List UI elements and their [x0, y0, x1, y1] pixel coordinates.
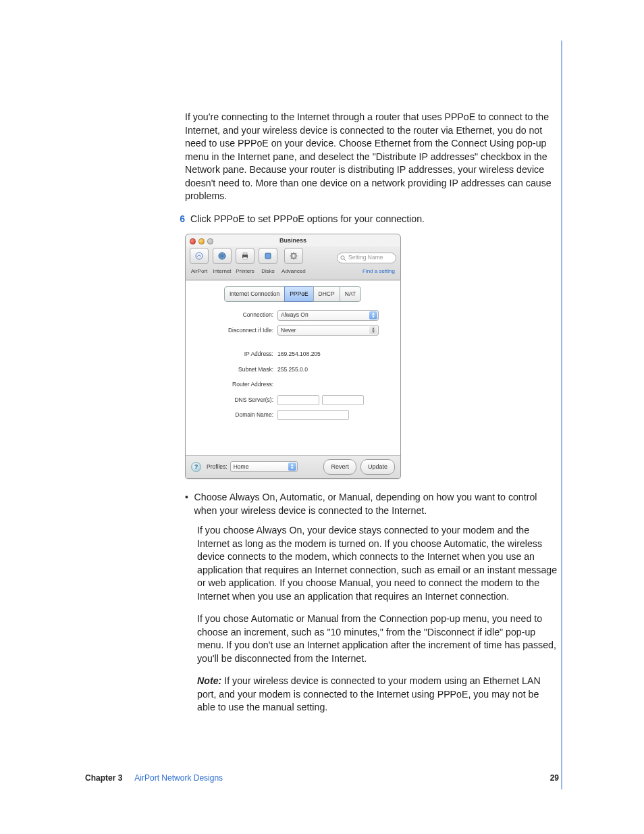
explain-paragraph-1: If you choose Always On, your device sta…: [197, 524, 559, 603]
tab-bar: Internet Connection PPPoE DHCP NAT: [192, 286, 394, 303]
chevron-updown-icon: ▲▼: [369, 326, 377, 334]
disconnect-label: Disconnect if Idle:: [192, 324, 277, 338]
help-icon[interactable]: ?: [191, 462, 201, 472]
domain-label: Domain Name:: [192, 409, 277, 422]
page-rule: [561, 41, 562, 789]
domain-input[interactable]: [277, 410, 349, 420]
note-label: Note:: [197, 675, 221, 686]
router-label: Router Address:: [192, 378, 277, 392]
toolbar-item-airport[interactable]: AirPort: [190, 248, 209, 278]
gear-icon: [284, 248, 303, 264]
step-number: 6: [171, 213, 190, 226]
dns-input-1[interactable]: [277, 395, 319, 405]
svg-rect-3: [243, 253, 247, 255]
subnet-value: 255.255.0.0: [277, 363, 308, 377]
svg-line-17: [344, 259, 346, 261]
dns-input-2[interactable]: [322, 395, 364, 405]
profiles-popup[interactable]: Home ▲▼: [230, 461, 298, 472]
chevron-updown-icon: ▲▼: [288, 463, 296, 471]
svg-line-14: [291, 258, 292, 259]
airport-icon: [190, 248, 209, 264]
connection-label: Connection:: [192, 309, 277, 322]
footer-chapter: Chapter 3: [85, 773, 122, 783]
svg-rect-4: [243, 257, 247, 259]
profiles-label: Profiles:: [207, 461, 227, 474]
toolbar: AirPort Internet Printers: [186, 246, 400, 280]
window-title: Business: [186, 234, 400, 248]
svg-line-13: [296, 258, 296, 259]
tab-nat[interactable]: NAT: [340, 286, 361, 303]
step-text: Click PPPoE to set PPPoE options for you…: [190, 213, 425, 226]
svg-rect-5: [265, 253, 271, 259]
svg-line-15: [296, 253, 296, 254]
page-footer: Chapter 3 AirPort Network Designs 29: [85, 773, 559, 783]
dns-label: DNS Server(s):: [192, 394, 277, 407]
toolbar-item-internet[interactable]: Internet: [213, 248, 232, 278]
chevron-updown-icon: ▲▼: [369, 311, 377, 319]
globe-icon: [213, 248, 232, 264]
disconnect-popup[interactable]: Never ▲▼: [277, 325, 379, 336]
note-paragraph: Note: If your wireless device is connect…: [197, 675, 559, 714]
revert-button[interactable]: Revert: [323, 459, 356, 475]
tab-dhcp[interactable]: DHCP: [313, 286, 340, 303]
disk-icon: [259, 248, 277, 264]
search-input[interactable]: Setting Name: [337, 253, 396, 263]
search-icon: [340, 255, 346, 261]
svg-point-7: [292, 255, 294, 257]
note-text: If your wireless device is connected to …: [197, 675, 541, 712]
tab-internet-connection[interactable]: Internet Connection: [224, 286, 285, 303]
connection-popup[interactable]: Always On ▲▼: [277, 310, 379, 321]
footer-title: AirPort Network Designs: [134, 773, 223, 783]
bullet-paragraph: Choose Always On, Automatic, or Manual, …: [194, 491, 559, 517]
intro-paragraph: If you're connecting to the Internet thr…: [185, 111, 559, 203]
toolbar-item-disks[interactable]: Disks: [259, 248, 277, 278]
printer-icon: [236, 248, 254, 264]
subnet-label: Subnet Mask:: [192, 363, 277, 377]
ip-value: 169.254.108.205: [277, 348, 321, 361]
search-hint: Find a setting: [363, 265, 395, 278]
toolbar-item-printers[interactable]: Printers: [236, 248, 254, 278]
ip-label: IP Address:: [192, 348, 277, 361]
search-placeholder: Setting Name: [348, 251, 383, 265]
tab-pppoe[interactable]: PPPoE: [284, 286, 313, 303]
toolbar-item-advanced[interactable]: Advanced: [281, 248, 306, 278]
explain-paragraph-2: If you chose Automatic or Manual from th…: [197, 613, 559, 665]
footer-page-number: 29: [550, 773, 559, 783]
airport-utility-window: Business AirPort Internet: [185, 234, 401, 479]
bullet-icon: •: [185, 491, 194, 504]
svg-line-12: [291, 253, 292, 254]
titlebar: Business: [186, 234, 400, 246]
svg-point-0: [196, 253, 203, 259]
svg-point-16: [341, 255, 344, 259]
update-button[interactable]: Update: [360, 459, 395, 475]
